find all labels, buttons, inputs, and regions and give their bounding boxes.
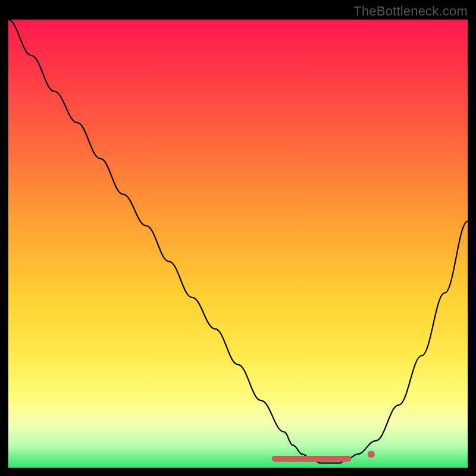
curve-svg xyxy=(8,20,468,468)
optimum-marker xyxy=(368,450,375,458)
watermark-text: TheBottleneck.com xyxy=(353,4,468,19)
plot-area xyxy=(8,20,468,468)
bottleneck-curve-path xyxy=(8,20,468,463)
chart-frame: TheBottleneck.com xyxy=(0,0,476,476)
